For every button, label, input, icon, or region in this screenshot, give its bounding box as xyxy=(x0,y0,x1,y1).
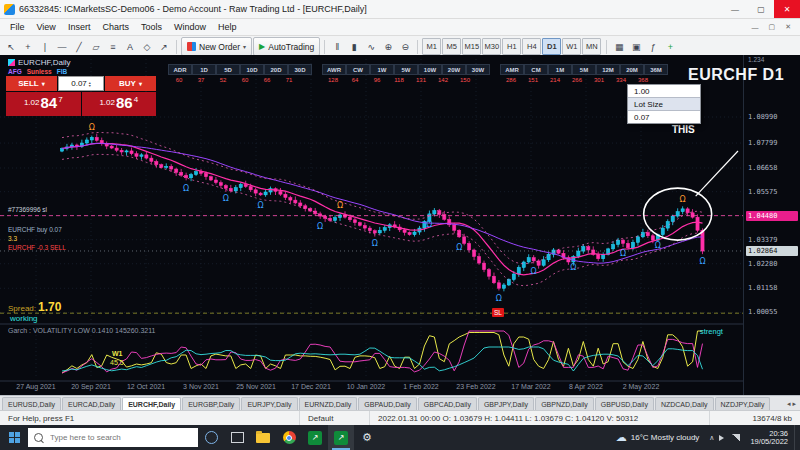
lot-size-popup[interactable]: 1.00Lot Size0.07 xyxy=(627,84,701,124)
add-chart-icon[interactable]: + xyxy=(662,39,678,55)
tab-gbpnzd[interactable]: GBPNZD,Daily xyxy=(535,397,594,410)
timeframe-d1[interactable]: D1 xyxy=(542,38,561,55)
show-desktop-button[interactable] xyxy=(794,425,800,450)
timeframe-h1[interactable]: H1 xyxy=(502,38,521,55)
svg-text:Ω: Ω xyxy=(223,194,229,203)
tab-eurnzd[interactable]: EURNZD,Daily xyxy=(299,397,358,410)
lot-spinner[interactable]: ▴▾ xyxy=(89,81,91,87)
time-scale[interactable]: 27 Aug 202120 Sep 202112 Oct 20213 Nov 2… xyxy=(0,383,743,395)
timeframe-m5[interactable]: M5 xyxy=(442,38,461,55)
price-axis-label: 1.05575 xyxy=(748,188,778,196)
timeframe-m1[interactable]: M1 xyxy=(422,38,441,55)
timeframe-mn[interactable]: MN xyxy=(582,38,601,55)
text-tool-icon[interactable]: A xyxy=(122,39,138,55)
sell-button[interactable]: SELL▾ xyxy=(6,76,57,91)
volume-icon[interactable] xyxy=(719,435,727,441)
range-header: 12M xyxy=(596,64,620,75)
menu-file[interactable]: File xyxy=(4,22,31,32)
minimize-button[interactable]: — xyxy=(722,0,748,18)
date-label: 17 Mar 2022 xyxy=(511,383,550,390)
chart-app-icon: ↗ xyxy=(334,431,348,445)
timeframe-h4[interactable]: H4 xyxy=(522,38,541,55)
mt4-terminal-active-button[interactable]: ↗ xyxy=(328,425,354,450)
tab-gbpcad[interactable]: GBPCAD,Daily xyxy=(418,397,477,410)
line-chart-icon[interactable]: ∿ xyxy=(363,39,379,55)
menu-help[interactable]: Help xyxy=(212,22,243,32)
zoom-out-icon[interactable]: ⊖ xyxy=(397,39,413,55)
tab-eurcad[interactable]: EURCAD,Daily xyxy=(62,397,121,410)
chrome-button[interactable] xyxy=(276,425,302,450)
tab-scroll-arrows[interactable]: ◂ ▸ xyxy=(787,400,800,410)
popup-row[interactable]: 0.07 xyxy=(628,111,700,123)
buy-price[interactable]: 1.02 86 4 xyxy=(82,92,157,116)
popup-row[interactable]: 1.00 xyxy=(628,85,700,97)
crosshair-icon[interactable]: + xyxy=(20,39,36,55)
taskbar-weather[interactable]: ☁ 16°C Mostly cloudy xyxy=(610,431,706,444)
zoom-in-icon[interactable]: ⊕ xyxy=(380,39,396,55)
range-value: 266 xyxy=(566,75,588,84)
status-profile[interactable]: Default xyxy=(300,411,370,425)
new-order-button[interactable]: New Order ▾ xyxy=(181,37,252,56)
autotrading-button[interactable]: ▶ AutoTrading xyxy=(253,37,320,56)
tab-gbpjpy[interactable]: GBPJPY,Daily xyxy=(478,397,534,410)
horizontal-line-icon[interactable]: ― xyxy=(54,39,70,55)
menu-window[interactable]: Window xyxy=(168,22,212,32)
cortana-button[interactable] xyxy=(198,425,224,450)
taskbar-search[interactable] xyxy=(28,428,198,447)
indicators-icon[interactable]: ƒ xyxy=(645,39,661,55)
position-line: 3.3 xyxy=(8,234,66,243)
sell-price[interactable]: 1.02 84 7 xyxy=(6,92,81,116)
taskbar-clock[interactable]: 20:36 19/05/2022 xyxy=(744,430,794,446)
vertical-line-icon[interactable]: | xyxy=(37,39,53,55)
shapes-icon[interactable]: ◇ xyxy=(139,39,155,55)
date-label: 3 Nov 2021 xyxy=(183,383,219,390)
tab-eurjpy[interactable]: EURJPY,Daily xyxy=(241,397,297,410)
arrow-tool-icon[interactable]: ↗ xyxy=(156,39,172,55)
child-restore-button[interactable]: ▢ xyxy=(764,23,781,31)
chart-app-icon: ↗ xyxy=(308,431,322,445)
menu-insert[interactable]: Insert xyxy=(62,22,97,32)
bar-chart-icon[interactable]: ‖ xyxy=(329,39,345,55)
timeframe-m30[interactable]: M30 xyxy=(482,38,501,55)
child-minimize-button[interactable]: — xyxy=(747,24,764,31)
tab-eurgbp[interactable]: EURGBP,Daily xyxy=(182,397,240,410)
range-header: CM xyxy=(524,64,548,75)
close-button[interactable]: ✕ xyxy=(774,0,800,18)
menu-view[interactable]: View xyxy=(31,22,62,32)
buy-button[interactable]: BUY▾ xyxy=(105,76,156,91)
tab-gbpusd[interactable]: GBPUSD,Daily xyxy=(595,397,654,410)
lot-size-input[interactable]: 0.07 ▴▾ xyxy=(58,76,104,91)
fibonacci-icon[interactable]: ≡ xyxy=(105,39,121,55)
menu-tools[interactable]: Tools xyxy=(135,22,168,32)
tab-eurusd[interactable]: EURUSD,Daily xyxy=(2,397,61,410)
timeframe-m15[interactable]: M15 xyxy=(462,38,481,55)
range-value: 118 xyxy=(388,75,410,84)
tab-nzdjpy[interactable]: NZDJPY,Daily xyxy=(715,397,771,410)
timeframe-w1[interactable]: W1 xyxy=(562,38,581,55)
chart-area[interactable]: ΩΩΩΩΩΩΩΩΩΩΩΩΩΩΩΩ 1.089901.077991.066581.… xyxy=(0,55,800,395)
task-view-button[interactable] xyxy=(224,425,250,450)
popup-row[interactable]: Lot Size xyxy=(628,97,700,111)
channel-icon[interactable]: ▱ xyxy=(88,39,104,55)
tab-gbpaud[interactable]: GBPAUD,Daily xyxy=(358,397,417,410)
settings-button[interactable]: ⚙ xyxy=(354,425,380,450)
search-input[interactable] xyxy=(48,432,182,443)
maximize-button[interactable]: ▢ xyxy=(748,0,774,18)
menu-charts[interactable]: Charts xyxy=(96,22,135,32)
mt4-terminal-button[interactable]: ↗ xyxy=(302,425,328,450)
child-close-button[interactable]: ✕ xyxy=(780,23,796,31)
tab-nzdcad[interactable]: NZDCAD,Daily xyxy=(655,397,714,410)
new-order-label: New Order xyxy=(199,42,240,52)
trendline-icon[interactable]: ╱ xyxy=(71,39,87,55)
system-tray[interactable]: ∧ xyxy=(705,434,744,442)
network-icon[interactable] xyxy=(732,434,740,441)
start-button[interactable] xyxy=(0,425,28,450)
tile-windows-icon[interactable]: ▦ xyxy=(611,39,627,55)
price-scale[interactable]: 1.089901.077991.066581.055751.044801.033… xyxy=(743,55,800,395)
candle-chart-icon[interactable]: ▮ xyxy=(346,39,362,55)
cursor-icon[interactable]: ↖ xyxy=(3,39,19,55)
tab-eurchf[interactable]: EURCHF,Daily xyxy=(122,397,181,410)
file-explorer-button[interactable] xyxy=(250,425,276,450)
cascade-windows-icon[interactable]: ▣ xyxy=(628,39,644,55)
tray-chevron-icon[interactable]: ∧ xyxy=(709,434,714,442)
